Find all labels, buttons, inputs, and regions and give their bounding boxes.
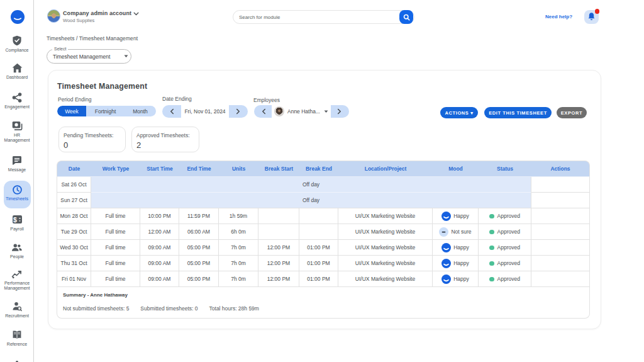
svg-text:$: $	[13, 216, 17, 223]
